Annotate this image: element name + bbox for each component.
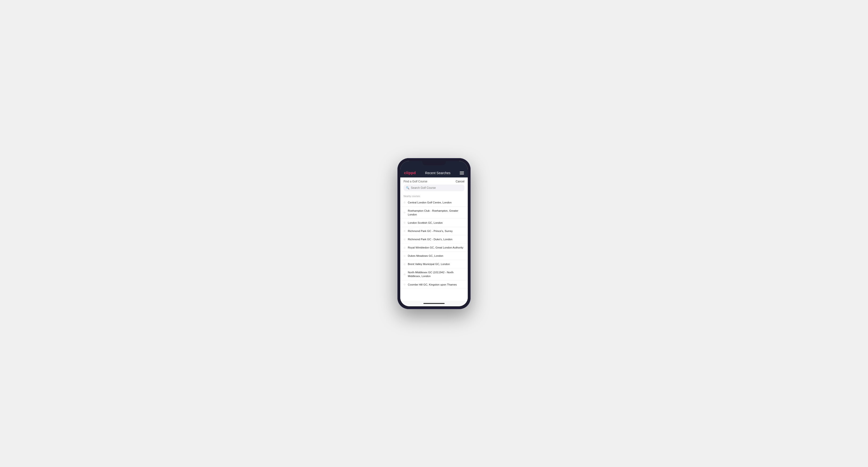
phone-screen: clippd Recent Searches Find a Golf Cours… (400, 161, 468, 306)
search-input-wrap[interactable]: 🔍 (404, 185, 464, 191)
course-item[interactable]: ⊙London Scottish GC, London (400, 219, 468, 227)
course-item[interactable]: ⊙Roehampton Club - Roehampton, Greater L… (400, 207, 468, 219)
pin-icon: ⊙ (404, 211, 405, 214)
status-bar (400, 161, 468, 168)
pin-icon: ⊙ (404, 255, 405, 257)
course-name: North Middlesex GC (1011942 - North Midd… (408, 271, 464, 278)
nearby-courses-section: Nearby courses ⊙Central London Golf Cent… (400, 193, 468, 301)
course-item[interactable]: ⊙North Middlesex GC (1011942 - North Mid… (400, 268, 468, 280)
course-name: Central London Golf Centre, London (408, 200, 452, 205)
find-label: Find a Golf Course (404, 180, 427, 183)
pin-icon: ⊙ (404, 283, 405, 286)
pin-icon: ⊙ (404, 201, 405, 204)
course-name: Coombe Hill GC, Kingston upon Thames (408, 283, 457, 286)
find-header: Find a Golf Course Cancel (400, 178, 468, 185)
notch (422, 161, 446, 165)
nearby-label: Nearby courses (400, 193, 468, 198)
pin-icon: ⊙ (404, 273, 405, 276)
pin-icon: ⊙ (404, 229, 405, 232)
course-name: Roehampton Club - Roehampton, Greater Lo… (408, 209, 464, 216)
course-name: Brent Valley Municipal GC, London (408, 262, 450, 266)
course-name: London Scottish GC, London (408, 221, 443, 225)
pin-icon: ⊙ (404, 246, 405, 249)
course-name: Royal Wimbledon GC, Great London Authori… (408, 246, 463, 249)
course-name: Richmond Park GC - Duke's, London (408, 238, 453, 241)
menu-line-1 (460, 172, 464, 172)
home-indicator (400, 301, 468, 306)
course-item[interactable]: ⊙Richmond Park GC - Duke's, London (400, 235, 468, 244)
pin-icon: ⊙ (404, 238, 405, 241)
menu-line-3 (460, 174, 464, 175)
course-item[interactable]: ⊙Royal Wimbledon GC, Great London Author… (400, 244, 468, 252)
course-name: Richmond Park GC - Prince's, Surrey (408, 229, 453, 233)
menu-line-2 (460, 173, 464, 173)
app-logo: clippd (404, 171, 416, 175)
course-item[interactable]: ⊙Coombe Hill GC, Kingston upon Thames (400, 281, 468, 289)
search-input[interactable] (411, 186, 462, 189)
app-header-title: Recent Searches (425, 171, 450, 175)
phone-frame: clippd Recent Searches Find a Golf Cours… (397, 158, 471, 309)
home-bar (423, 303, 445, 304)
course-item[interactable]: ⊙Brent Valley Municipal GC, London (400, 260, 468, 268)
pin-icon: ⊙ (404, 221, 405, 224)
course-name: Dukes Meadows GC, London (408, 254, 443, 258)
pin-icon: ⊙ (404, 263, 405, 266)
app-header: clippd Recent Searches (400, 168, 468, 178)
course-list: ⊙Central London Golf Centre, London⊙Roeh… (400, 198, 468, 289)
search-icon: 🔍 (406, 186, 409, 189)
course-item[interactable]: ⊙Richmond Park GC - Prince's, Surrey (400, 227, 468, 235)
course-item[interactable]: ⊙Central London Golf Centre, London (400, 198, 468, 207)
cancel-button[interactable]: Cancel (456, 180, 464, 183)
course-item[interactable]: ⊙Dukes Meadows GC, London (400, 252, 468, 260)
search-section: Find a Golf Course Cancel 🔍 (400, 178, 468, 193)
menu-icon[interactable] (460, 172, 464, 175)
